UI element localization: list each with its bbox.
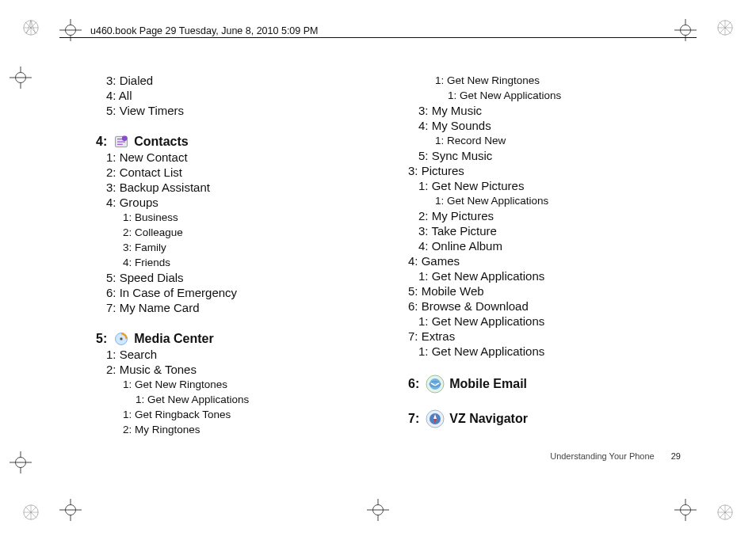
section-number: 7:	[408, 412, 419, 426]
section-number: 5:	[96, 332, 107, 346]
menu-item: 2: My Pictures	[418, 208, 693, 223]
page-number: 29	[671, 451, 681, 461]
mobile-email-icon	[426, 375, 445, 394]
section-heading: 7: VZ Navigator	[408, 409, 693, 428]
menu-item: 3: My Music	[418, 103, 693, 118]
section-number: 6:	[408, 377, 419, 391]
menu-item: 1: Get New Applications	[418, 314, 693, 329]
registration-mark-icon	[716, 19, 734, 36]
crop-mark-icon	[10, 67, 32, 89]
menu-item: 1: Get New Applications	[418, 268, 693, 283]
menu-item: 7: Extras	[408, 329, 693, 344]
menu-item: 3: Family	[123, 240, 380, 255]
menu-item: 5: View Timers	[106, 103, 380, 118]
crop-mark-icon	[10, 451, 32, 473]
registration-mark-icon	[22, 19, 40, 36]
crop-mark-icon	[674, 499, 697, 521]
section-heading: 4: Contacts	[96, 134, 380, 150]
menu-item: 2: Music & Tones	[106, 362, 380, 377]
menu-item: 1: Record New	[435, 133, 693, 148]
section-number: 4:	[96, 135, 107, 149]
menu-item: 4: My Sounds	[418, 118, 693, 133]
section-title: Contacts	[134, 135, 188, 149]
menu-item: 2: Colleague	[123, 225, 380, 240]
menu-item: 3: Pictures	[408, 163, 693, 178]
header-label: u460.book Page 29 Tuesday, June 8, 2010 …	[87, 25, 321, 36]
menu-item: 3: Backup Assistant	[106, 180, 380, 195]
crop-mark-icon	[367, 499, 389, 521]
media-icon	[113, 331, 129, 347]
menu-item: 6: In Case of Emergency	[106, 285, 380, 300]
header-rule	[59, 37, 697, 38]
vz-navigator-icon	[426, 409, 445, 428]
menu-item: 4: Online Album	[418, 238, 693, 253]
menu-item: 1: Business	[123, 210, 380, 225]
section-title: Media Center	[134, 332, 213, 346]
crop-mark-icon	[59, 499, 82, 521]
section-heading: 6: Mobile Email	[408, 375, 693, 394]
menu-item: 3: Dialed	[106, 73, 380, 88]
menu-item: 1: New Contact	[106, 150, 380, 165]
menu-item: 5: Speed Dials	[106, 270, 380, 285]
menu-item: 4: Groups	[106, 195, 380, 210]
menu-item: 5: Sync Music	[418, 148, 693, 163]
section-title: Mobile Email	[449, 377, 527, 391]
menu-item: 4: Games	[408, 253, 693, 268]
left-column: 3: Dialed4: All5: View Timers4: Contacts…	[75, 73, 400, 461]
registration-mark-icon	[716, 504, 734, 521]
menu-item: 1: Get New Applications	[418, 344, 693, 359]
menu-item: 1: Get New Applications	[136, 392, 380, 407]
section-title: VZ Navigator	[449, 412, 528, 426]
menu-item: 4: All	[106, 88, 380, 103]
contacts-icon	[113, 134, 129, 150]
section-heading: 5: Media Center	[96, 331, 380, 347]
footer-section-label: Understanding Your Phone	[550, 451, 655, 461]
menu-item: 6: Browse & Download	[408, 299, 693, 314]
menu-item: 1: Get Ringback Tones	[123, 407, 380, 422]
page-content: 3: Dialed4: All5: View Timers4: Contacts…	[75, 73, 701, 461]
menu-item: 2: Contact List	[106, 165, 380, 180]
registration-mark-icon	[22, 504, 40, 521]
menu-item: 1: Get New Ringtones	[435, 73, 693, 88]
menu-item: 5: Mobile Web	[408, 283, 693, 299]
menu-item: 7: My Name Card	[106, 300, 380, 315]
menu-item: 1: Get New Pictures	[418, 178, 693, 193]
menu-item: 1: Get New Applications	[435, 193, 693, 208]
right-column: 1: Get New Ringtones1: Get New Applicati…	[400, 73, 701, 461]
menu-item: 1: Get New Ringtones	[123, 377, 380, 392]
menu-item: 3: Take Picture	[418, 223, 693, 238]
menu-item: 1: Get New Applications	[448, 88, 693, 103]
menu-item: 2: My Ringtones	[123, 422, 380, 437]
menu-item: 1: Search	[106, 347, 380, 362]
page-footer: Understanding Your Phone 29	[550, 451, 681, 461]
menu-item: 4: Friends	[123, 255, 380, 270]
